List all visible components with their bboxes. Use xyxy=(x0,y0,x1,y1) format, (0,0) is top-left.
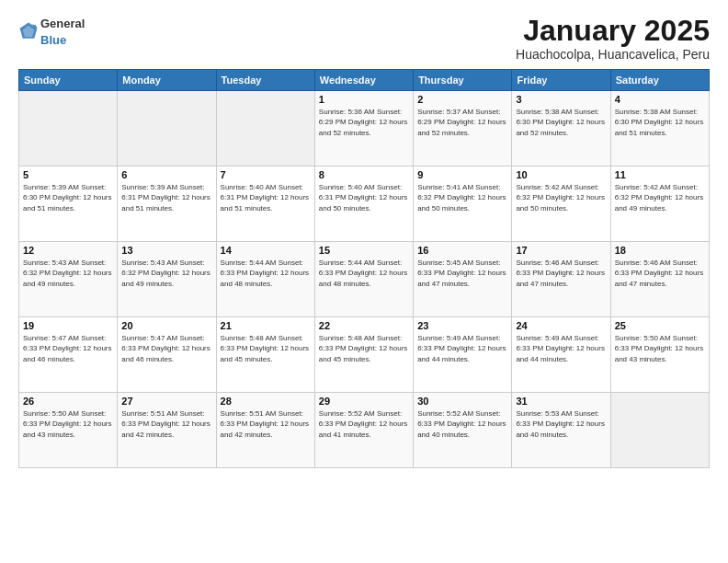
day-cell: 2Sunrise: 5:37 AM Sunset: 6:29 PM Daylig… xyxy=(414,91,512,167)
day-number: 27 xyxy=(121,396,211,407)
day-cell: 27Sunrise: 5:51 AM Sunset: 6:33 PM Dayli… xyxy=(118,393,216,468)
day-cell: 22Sunrise: 5:48 AM Sunset: 6:33 PM Dayli… xyxy=(314,317,413,393)
day-cell: 26Sunrise: 5:50 AM Sunset: 6:33 PM Dayli… xyxy=(19,393,118,468)
calendar-header: SundayMondayTuesdayWednesdayThursdayFrid… xyxy=(19,70,710,91)
day-cell xyxy=(216,91,314,167)
day-cell: 12Sunrise: 5:43 AM Sunset: 6:32 PM Dayli… xyxy=(19,242,118,317)
day-cell: 15Sunrise: 5:44 AM Sunset: 6:33 PM Dayli… xyxy=(314,242,413,317)
day-header-wednesday: Wednesday xyxy=(314,70,413,91)
day-cell: 28Sunrise: 5:51 AM Sunset: 6:33 PM Dayli… xyxy=(216,393,314,468)
day-cell: 29Sunrise: 5:52 AM Sunset: 6:33 PM Dayli… xyxy=(314,393,413,468)
day-number: 9 xyxy=(417,169,507,180)
day-info: Sunrise: 5:40 AM Sunset: 6:31 PM Dayligh… xyxy=(221,182,311,213)
day-number: 3 xyxy=(516,94,606,105)
day-cell: 3Sunrise: 5:38 AM Sunset: 6:30 PM Daylig… xyxy=(512,91,610,167)
day-number: 12 xyxy=(23,245,113,256)
day-cell: 18Sunrise: 5:46 AM Sunset: 6:33 PM Dayli… xyxy=(610,242,709,317)
day-info: Sunrise: 5:43 AM Sunset: 6:32 PM Dayligh… xyxy=(121,258,211,289)
day-info: Sunrise: 5:39 AM Sunset: 6:31 PM Dayligh… xyxy=(121,182,211,213)
day-number: 10 xyxy=(516,169,606,180)
header: General Blue January 2025 Huachocolpa, H… xyxy=(18,15,710,62)
day-number: 16 xyxy=(417,245,507,256)
day-number: 15 xyxy=(319,245,409,256)
week-row-3: 12Sunrise: 5:43 AM Sunset: 6:32 PM Dayli… xyxy=(19,242,710,317)
day-info: Sunrise: 5:38 AM Sunset: 6:30 PM Dayligh… xyxy=(516,107,606,138)
day-number: 22 xyxy=(319,320,409,331)
day-number: 30 xyxy=(417,396,507,407)
day-number: 24 xyxy=(516,320,606,331)
day-info: Sunrise: 5:49 AM Sunset: 6:33 PM Dayligh… xyxy=(516,333,606,364)
day-header-thursday: Thursday xyxy=(414,70,512,91)
day-cell: 13Sunrise: 5:43 AM Sunset: 6:32 PM Dayli… xyxy=(118,242,216,317)
day-header-monday: Monday xyxy=(118,70,216,91)
day-header-friday: Friday xyxy=(512,70,610,91)
day-number: 19 xyxy=(23,320,113,331)
day-number: 20 xyxy=(121,320,211,331)
day-cell: 17Sunrise: 5:46 AM Sunset: 6:33 PM Dayli… xyxy=(512,242,610,317)
day-number: 26 xyxy=(23,396,113,407)
day-cell: 25Sunrise: 5:50 AM Sunset: 6:33 PM Dayli… xyxy=(610,317,709,393)
day-cell: 11Sunrise: 5:42 AM Sunset: 6:32 PM Dayli… xyxy=(610,167,709,242)
day-cell xyxy=(118,91,216,167)
day-cell: 30Sunrise: 5:52 AM Sunset: 6:33 PM Dayli… xyxy=(414,393,512,468)
day-number: 28 xyxy=(221,396,311,407)
day-cell: 8Sunrise: 5:40 AM Sunset: 6:31 PM Daylig… xyxy=(314,167,413,242)
logo-text: General Blue xyxy=(40,15,85,48)
day-number: 14 xyxy=(221,245,311,256)
day-header-sunday: Sunday xyxy=(19,70,118,91)
day-number: 21 xyxy=(221,320,311,331)
day-number: 11 xyxy=(615,169,705,180)
day-info: Sunrise: 5:44 AM Sunset: 6:33 PM Dayligh… xyxy=(319,258,409,289)
location: Huachocolpa, Huancavelica, Peru xyxy=(516,47,710,62)
logo-icon xyxy=(18,21,39,41)
day-info: Sunrise: 5:53 AM Sunset: 6:33 PM Dayligh… xyxy=(516,408,606,440)
day-info: Sunrise: 5:48 AM Sunset: 6:33 PM Dayligh… xyxy=(319,333,409,364)
day-info: Sunrise: 5:46 AM Sunset: 6:33 PM Dayligh… xyxy=(615,258,705,289)
day-cell: 4Sunrise: 5:38 AM Sunset: 6:30 PM Daylig… xyxy=(610,91,709,167)
day-info: Sunrise: 5:50 AM Sunset: 6:33 PM Dayligh… xyxy=(615,333,705,364)
logo-general: General xyxy=(40,17,85,30)
day-number: 29 xyxy=(319,396,409,407)
day-info: Sunrise: 5:37 AM Sunset: 6:29 PM Dayligh… xyxy=(417,107,507,138)
day-number: 17 xyxy=(516,245,606,256)
day-info: Sunrise: 5:47 AM Sunset: 6:33 PM Dayligh… xyxy=(23,333,113,364)
day-info: Sunrise: 5:52 AM Sunset: 6:33 PM Dayligh… xyxy=(417,408,507,440)
day-number: 31 xyxy=(516,396,606,407)
day-header-tuesday: Tuesday xyxy=(216,70,314,91)
day-cell: 19Sunrise: 5:47 AM Sunset: 6:33 PM Dayli… xyxy=(19,317,118,393)
day-cell: 10Sunrise: 5:42 AM Sunset: 6:32 PM Dayli… xyxy=(512,167,610,242)
day-info: Sunrise: 5:51 AM Sunset: 6:33 PM Dayligh… xyxy=(121,408,211,440)
day-number: 18 xyxy=(615,245,705,256)
day-info: Sunrise: 5:42 AM Sunset: 6:32 PM Dayligh… xyxy=(615,182,705,213)
header-row: SundayMondayTuesdayWednesdayThursdayFrid… xyxy=(19,70,710,91)
logo: General Blue xyxy=(18,15,85,48)
day-info: Sunrise: 5:44 AM Sunset: 6:33 PM Dayligh… xyxy=(221,258,311,289)
day-number: 1 xyxy=(319,94,409,105)
title-block: January 2025 Huachocolpa, Huancavelica, … xyxy=(516,15,710,62)
logo-blue: Blue xyxy=(40,33,66,47)
day-info: Sunrise: 5:45 AM Sunset: 6:33 PM Dayligh… xyxy=(417,258,507,289)
day-info: Sunrise: 5:38 AM Sunset: 6:30 PM Dayligh… xyxy=(615,107,705,138)
day-number: 13 xyxy=(121,245,211,256)
day-info: Sunrise: 5:39 AM Sunset: 6:30 PM Dayligh… xyxy=(23,182,113,213)
day-info: Sunrise: 5:41 AM Sunset: 6:32 PM Dayligh… xyxy=(417,182,507,213)
day-cell: 24Sunrise: 5:49 AM Sunset: 6:33 PM Dayli… xyxy=(512,317,610,393)
day-info: Sunrise: 5:42 AM Sunset: 6:32 PM Dayligh… xyxy=(516,182,606,213)
page: General Blue January 2025 Huachocolpa, H… xyxy=(0,0,728,563)
day-info: Sunrise: 5:47 AM Sunset: 6:33 PM Dayligh… xyxy=(121,333,211,364)
day-number: 4 xyxy=(615,94,705,105)
day-cell xyxy=(19,91,118,167)
day-cell: 16Sunrise: 5:45 AM Sunset: 6:33 PM Dayli… xyxy=(414,242,512,317)
day-cell: 20Sunrise: 5:47 AM Sunset: 6:33 PM Dayli… xyxy=(118,317,216,393)
day-cell: 1Sunrise: 5:36 AM Sunset: 6:29 PM Daylig… xyxy=(314,91,413,167)
day-cell: 21Sunrise: 5:48 AM Sunset: 6:33 PM Dayli… xyxy=(216,317,314,393)
day-cell: 9Sunrise: 5:41 AM Sunset: 6:32 PM Daylig… xyxy=(414,167,512,242)
day-header-saturday: Saturday xyxy=(610,70,709,91)
day-cell xyxy=(610,393,709,468)
day-info: Sunrise: 5:49 AM Sunset: 6:33 PM Dayligh… xyxy=(417,333,507,364)
week-row-1: 1Sunrise: 5:36 AM Sunset: 6:29 PM Daylig… xyxy=(19,91,710,167)
day-cell: 5Sunrise: 5:39 AM Sunset: 6:30 PM Daylig… xyxy=(19,167,118,242)
day-info: Sunrise: 5:36 AM Sunset: 6:29 PM Dayligh… xyxy=(319,107,409,138)
day-cell: 31Sunrise: 5:53 AM Sunset: 6:33 PM Dayli… xyxy=(512,393,610,468)
day-info: Sunrise: 5:43 AM Sunset: 6:32 PM Dayligh… xyxy=(23,258,113,289)
